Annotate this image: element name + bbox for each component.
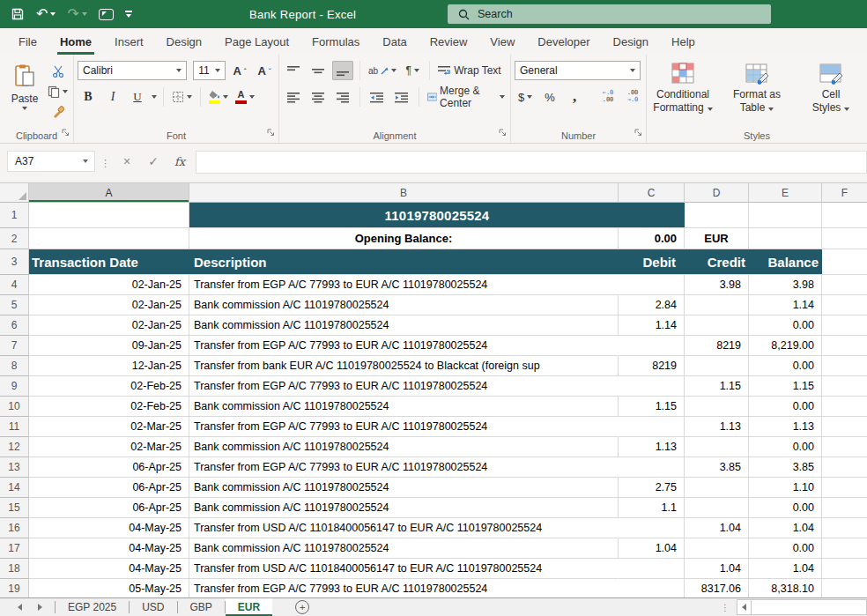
cell-F17[interactable] xyxy=(822,538,867,559)
font-size-select[interactable]: 11 xyxy=(193,61,226,80)
cell-C6-debit[interactable]: 1.14 xyxy=(619,315,685,336)
cell-C16-debit[interactable] xyxy=(619,518,685,538)
cell-A13-date[interactable]: 06-Apr-25 xyxy=(29,457,189,478)
underline-options-chevron[interactable] xyxy=(152,95,157,99)
cell-C10-debit[interactable]: 1.15 xyxy=(619,397,685,417)
scroll-left-button[interactable] xyxy=(737,599,752,615)
ribbon-tab-review[interactable]: Review xyxy=(419,28,479,55)
cell-D19-credit[interactable]: 8317.06 xyxy=(685,579,749,597)
cell-F13[interactable] xyxy=(822,457,867,478)
cell-A4-date[interactable]: 02-Jan-25 xyxy=(29,275,189,295)
cell-F3[interactable] xyxy=(822,249,867,275)
cell-E8-balance[interactable]: 0.00 xyxy=(749,356,822,376)
cell-D4-credit[interactable]: 3.98 xyxy=(685,275,749,295)
row-header-9[interactable]: 9 xyxy=(0,376,29,397)
formula-input[interactable] xyxy=(196,151,867,174)
ribbon-tab-page-layout[interactable]: Page Layout xyxy=(213,28,300,55)
clipboard-dialog-launcher[interactable] xyxy=(62,124,70,140)
ribbon-tab-help[interactable]: Help xyxy=(660,28,707,55)
cell-C5-debit[interactable]: 2.84 xyxy=(619,295,685,315)
tab-splitter-icon[interactable]: ⋮ xyxy=(714,598,737,616)
enter-button[interactable]: ✓ xyxy=(143,151,164,172)
increase-font-size-button[interactable]: Aˆ xyxy=(229,61,250,80)
cell-E17-balance[interactable]: 0.00 xyxy=(749,538,822,559)
cell-F6[interactable] xyxy=(822,315,867,336)
font-name-select[interactable]: Calibri xyxy=(78,61,187,80)
cell-F4[interactable] xyxy=(822,275,867,295)
cell-D12-credit[interactable] xyxy=(685,437,749,457)
cell-E10-balance[interactable]: 0.00 xyxy=(749,397,822,417)
middle-align-button[interactable] xyxy=(308,61,329,80)
ribbon-tab-view[interactable]: View xyxy=(478,28,526,55)
cell-A5-date[interactable]: 02-Jan-25 xyxy=(29,295,189,315)
name-box[interactable]: A37 xyxy=(7,151,95,172)
formula-bar-handle[interactable]: ⋮ xyxy=(100,158,111,169)
ribbon-tab-developer[interactable]: Developer xyxy=(526,28,601,55)
font-dialog-launcher[interactable] xyxy=(267,124,275,140)
paste-button[interactable]: Paste xyxy=(4,61,46,129)
cell-A7-date[interactable]: 09-Jan-25 xyxy=(29,336,189,356)
row-header-10[interactable]: 10 xyxy=(0,397,29,417)
cell-C2-opening-amount[interactable]: 0.00 xyxy=(619,228,685,249)
cell-B2-opening-label[interactable]: Opening Balance: xyxy=(189,228,619,249)
reading-order-button[interactable]: ¶ xyxy=(402,61,423,80)
cell-F8[interactable] xyxy=(822,356,867,376)
cell-B17-description[interactable]: Bank commission A/C 11019780025524 xyxy=(189,538,619,559)
cell-E9-balance[interactable]: 1.15 xyxy=(749,376,822,397)
decrease-indent-button[interactable] xyxy=(367,87,388,107)
cancel-button[interactable]: × xyxy=(116,151,137,172)
increase-decimal-button[interactable]: ←.0.00 xyxy=(597,87,619,107)
cell-B7-description[interactable]: Transfer from EGP A/C 77993 to EUR A/C 1… xyxy=(189,336,619,356)
cell-A1[interactable] xyxy=(29,203,189,228)
bold-button[interactable]: B xyxy=(78,87,99,107)
wrap-text-button[interactable]: Wrap Text xyxy=(436,61,503,80)
number-dialog-launcher[interactable] xyxy=(634,124,642,140)
cell-E4-balance[interactable]: 3.98 xyxy=(749,275,822,295)
copy-button[interactable] xyxy=(46,85,70,99)
cell-B12-description[interactable]: Bank commission A/C 11019780025524 xyxy=(189,437,619,457)
align-center-button[interactable] xyxy=(308,87,329,107)
cell-E5-balance[interactable]: 1.14 xyxy=(749,295,822,315)
font-color-button[interactable]: A xyxy=(233,87,256,107)
cell-F14[interactable] xyxy=(822,478,867,498)
column-header-F[interactable]: F xyxy=(822,183,867,203)
cell-E6-balance[interactable]: 0.00 xyxy=(749,315,822,336)
row-header-3[interactable]: 3 xyxy=(0,249,29,275)
cell-A6-date[interactable]: 02-Jan-25 xyxy=(29,315,189,336)
cell-C15-debit[interactable]: 1.1 xyxy=(619,498,685,518)
bottom-align-button[interactable] xyxy=(332,61,353,80)
accounting-format-button[interactable]: $ xyxy=(515,87,536,107)
save-button[interactable] xyxy=(11,7,25,21)
row-header-2[interactable]: 2 xyxy=(0,228,29,249)
touch-mouse-mode-button[interactable] xyxy=(99,9,114,20)
increase-indent-button[interactable] xyxy=(391,87,412,107)
cell-A18-date[interactable]: 04-May-25 xyxy=(29,559,189,579)
cell-E16-balance[interactable]: 1.04 xyxy=(749,518,822,538)
row-header-19[interactable]: 19 xyxy=(0,579,29,597)
sheet-tab-egp-2025[interactable]: EGP 2025 xyxy=(56,598,129,616)
cell-E13-balance[interactable]: 3.85 xyxy=(749,457,822,478)
cell-C9-debit[interactable] xyxy=(619,376,685,397)
row-header-6[interactable]: 6 xyxy=(0,315,29,336)
cell-C14-debit[interactable]: 2.75 xyxy=(619,478,685,498)
sheet-tab-gbp[interactable]: GBP xyxy=(178,598,225,616)
fill-color-button[interactable] xyxy=(207,87,230,107)
row-header-4[interactable]: 4 xyxy=(0,275,29,295)
cell-B14-description[interactable]: Bank commission A/C 11019780025524 xyxy=(189,478,619,498)
insert-function-button[interactable]: fx xyxy=(169,151,190,172)
cell-E1[interactable] xyxy=(749,203,822,228)
format-painter-button[interactable] xyxy=(46,105,70,119)
cell-B19-description[interactable]: Transfer from EGP A/C 77993 to EUR A/C 1… xyxy=(189,579,619,597)
merge-center-button[interactable]: Merge & Center xyxy=(426,87,507,107)
cell-B10-description[interactable]: Bank commission A/C 11019780025524 xyxy=(189,397,619,417)
table-header-band[interactable]: Transaction DateDescriptionDebitCreditBa… xyxy=(29,249,822,275)
cell-D13-credit[interactable]: 3.85 xyxy=(685,457,749,478)
cell-C7-debit[interactable] xyxy=(619,336,685,356)
cell-B8-description[interactable]: Transfer from bank EUR A/C 1101978002552… xyxy=(189,356,619,376)
cell-A10-date[interactable]: 02-Feb-25 xyxy=(29,397,189,417)
cell-B1-merged-title[interactable]: 11019780025524 xyxy=(189,203,685,228)
cell-B18-description[interactable]: Transfer from USD A/C 11018400056147 to … xyxy=(189,559,619,579)
cell-E19-balance[interactable]: 8,318.10 xyxy=(749,579,822,597)
cell-A12-date[interactable]: 02-Mar-25 xyxy=(29,437,189,457)
align-left-button[interactable] xyxy=(283,87,304,107)
